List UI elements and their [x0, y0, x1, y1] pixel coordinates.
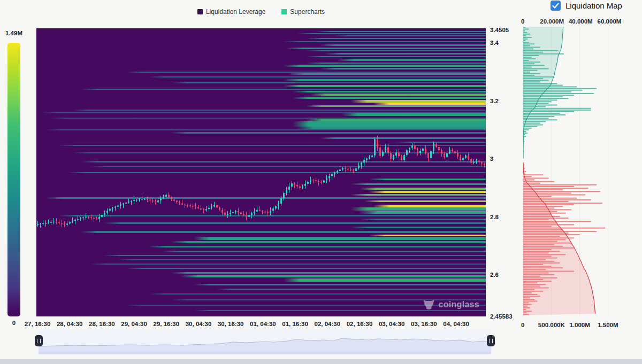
time-tick-label: 29, 16:30 — [153, 321, 179, 327]
time-tick-label: 30, 04:30 — [186, 321, 212, 327]
price-tick-label: 2.8 — [490, 214, 499, 220]
navigator-left-handle[interactable] — [35, 335, 43, 346]
legend-item[interactable]: Supercharts — [281, 8, 325, 16]
horizontal-scrollbar[interactable] — [0, 359, 642, 364]
price-tick-label: 3.4505 — [490, 27, 509, 33]
legend-item[interactable]: Liquidation Leverage — [197, 8, 265, 16]
time-tick-label: 28, 16:30 — [89, 321, 115, 327]
cumulative-axis-tick: 60.000M — [598, 18, 622, 25]
amount-axis-tick: 1.000M — [569, 322, 590, 328]
price-tick-label: 3 — [490, 156, 493, 162]
liquidation-map-panel: Liquidation Map 020.000M40.000M60.000M 0… — [516, 0, 642, 364]
liquidation-depth-chart[interactable] — [523, 27, 641, 316]
liquidation-map-page: Liquidation LeverageSupercharts 1.49M 0 … — [0, 0, 642, 364]
time-tick-label: 03, 16:30 — [411, 321, 437, 327]
cumulative-axis-tick: 20.000M — [540, 18, 564, 25]
price-tick-label: 3.2 — [490, 98, 499, 104]
cumulative-axis-tick: 0 — [521, 18, 524, 25]
amount-axis-tick: 500.000K — [538, 322, 565, 328]
liquidation-map-toggle[interactable]: Liquidation Map — [551, 1, 622, 11]
time-axis: 27, 16:3028, 04:3028, 16:3029, 04:3029, … — [36, 321, 486, 329]
navigator-right-handle[interactable] — [487, 335, 495, 346]
amount-axis-tick: 0 — [521, 322, 524, 328]
time-tick-label: 29, 04:30 — [121, 321, 147, 327]
colorbar-max-label: 1.49M — [5, 30, 22, 36]
time-tick-label: 03, 04:30 — [379, 321, 405, 327]
time-tick-label: 28, 04:30 — [57, 321, 83, 327]
price-tick-label: 2.6 — [490, 272, 499, 278]
range-navigator[interactable] — [39, 330, 491, 352]
legend-label: Liquidation Leverage — [206, 8, 265, 16]
legend-swatch-icon — [197, 9, 203, 14]
candlestick-overlay — [36, 28, 486, 316]
colorbar-min-label: 0 — [7, 320, 20, 326]
colorbar-gradient — [7, 43, 20, 316]
chart-legend: Liquidation LeverageSupercharts — [36, 8, 486, 16]
checkmark-icon — [551, 1, 561, 11]
cumulative-axis-tick: 40.000M — [569, 18, 593, 25]
price-tick-label: 3.4 — [490, 40, 499, 46]
time-tick-label: 30, 16:30 — [218, 321, 244, 327]
time-tick-label: 27, 16:30 — [25, 321, 51, 327]
time-tick-label: 02, 16:30 — [347, 321, 373, 327]
navigator-bottom-strip — [39, 351, 491, 354]
pause-icon — [37, 339, 41, 343]
coinglass-watermark: coinglass — [423, 299, 479, 309]
watermark-text: coinglass — [438, 300, 479, 309]
legend-label: Supercharts — [290, 8, 325, 16]
liquidation-map-label: Liquidation Map — [565, 1, 622, 10]
time-tick-label: 01, 04:30 — [250, 321, 276, 327]
legend-swatch-icon — [281, 9, 287, 14]
checkbox-checked-icon[interactable] — [551, 1, 561, 11]
amount-axis-tick: 1.500M — [598, 322, 618, 328]
price-tick-label: 2.45583 — [490, 313, 513, 320]
time-tick-label: 02, 04:30 — [314, 321, 340, 327]
coinglass-bull-icon — [423, 299, 434, 309]
pause-icon — [489, 339, 493, 343]
time-tick-label: 04, 04:30 — [443, 321, 469, 327]
liquidation-heatmap[interactable]: coinglass — [36, 28, 486, 316]
time-tick-label: 01, 16:30 — [282, 321, 308, 327]
navigator-area-chart — [39, 330, 491, 352]
